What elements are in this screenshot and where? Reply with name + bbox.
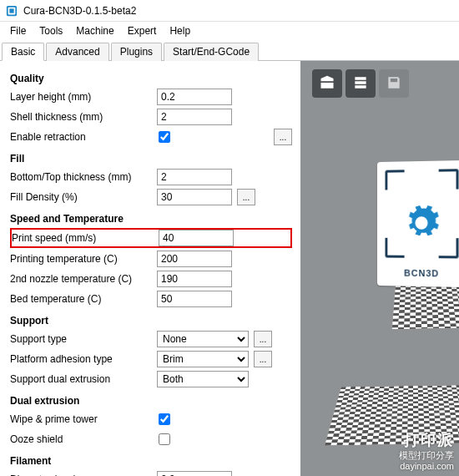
section-filament: Filament [10, 455, 292, 467]
tab-plugins[interactable]: Plugins [111, 43, 162, 61]
label-print-temp: Printing temperature (C) [10, 253, 157, 265]
menu-machine[interactable]: Machine [69, 23, 120, 38]
select-support-type[interactable]: None [157, 331, 249, 347]
menu-bar: File Tools Machine Expert Help [0, 22, 459, 40]
tab-strip: Basic Advanced Plugins Start/End-GCode [0, 42, 459, 61]
select-support-dual[interactable]: Both [157, 371, 249, 387]
check-enable-retraction[interactable] [159, 131, 170, 143]
layers-icon [352, 74, 369, 94]
input-print-speed[interactable] [159, 230, 234, 246]
check-ooze-shield[interactable] [159, 433, 170, 445]
label-ooze-shield: Ooze shield [10, 433, 157, 445]
input-nozzle2-temp[interactable] [157, 271, 232, 287]
label-bottom-top: Bottom/Top thickness (mm) [10, 171, 157, 183]
label-enable-retraction: Enable retraction [10, 131, 157, 143]
retraction-settings-button[interactable]: ... [274, 129, 292, 145]
open-icon [319, 74, 335, 94]
title-bar: Cura-BCN3D-0.1.5-beta2 [0, 0, 459, 22]
save-icon [386, 74, 402, 94]
label-support-type: Support type [10, 333, 157, 345]
label-bed-temp: Bed temperature (C) [10, 293, 157, 305]
select-platform-adh[interactable]: Brim [157, 351, 249, 367]
section-speed-temp: Speed and Temperature [10, 213, 292, 225]
label-nozzle2-temp: 2nd nozzle temperature (C) [10, 273, 157, 285]
tab-basic[interactable]: Basic [2, 43, 44, 61]
input-diameter[interactable] [157, 471, 232, 476]
input-layer-height[interactable] [157, 89, 232, 105]
menu-expert[interactable]: Expert [121, 23, 164, 38]
tab-advanced[interactable]: Advanced [46, 43, 108, 61]
label-wipe-prime: Wipe & prime tower [10, 413, 157, 425]
input-bed-temp[interactable] [157, 291, 232, 307]
section-dual: Dual extrusion [10, 395, 292, 407]
input-shell-thickness[interactable] [157, 109, 232, 125]
menu-file[interactable]: File [3, 23, 33, 38]
section-support: Support [10, 315, 292, 327]
window-title: Cura-BCN3D-0.1.5-beta2 [23, 5, 136, 17]
label-support-dual: Support dual extrusion [10, 373, 157, 385]
input-print-temp[interactable] [157, 251, 232, 267]
logo-text: BCN3D [404, 268, 439, 279]
check-wipe-prime[interactable] [159, 413, 170, 425]
viewport-3d[interactable]: BCN3D 打印派 模型打印分享 dayinpai.com [300, 61, 459, 476]
watermark: 打印派 模型打印分享 dayinpai.com [399, 432, 454, 472]
section-quality: Quality [10, 73, 292, 84]
label-shell-thickness: Shell thickness (mm) [10, 111, 157, 123]
adhesion-settings-button[interactable]: ... [254, 351, 272, 367]
save-button[interactable] [379, 69, 409, 98]
svg-rect-2 [9, 8, 13, 13]
menu-help[interactable]: Help [163, 23, 197, 38]
support-settings-button[interactable]: ... [254, 331, 272, 347]
menu-tools[interactable]: Tools [33, 23, 69, 38]
tab-gcode[interactable]: Start/End-GCode [164, 43, 259, 61]
label-print-speed: Print speed (mm/s) [12, 232, 159, 244]
fill-settings-button[interactable]: ... [237, 189, 255, 205]
logo-card: BCN3D [377, 160, 459, 287]
viewport-toolbar [312, 69, 409, 98]
section-fill: Fill [10, 153, 292, 165]
label-fill-density: Fill Density (%) [10, 191, 157, 203]
input-bottom-top[interactable] [157, 169, 232, 185]
app-icon [5, 4, 18, 18]
label-layer-height: Layer height (mm) [10, 91, 157, 103]
load-model-button[interactable] [312, 69, 342, 98]
settings-panel: Quality Layer height (mm) Shell thicknes… [0, 61, 300, 476]
slice-button[interactable] [346, 69, 376, 98]
input-fill-density[interactable] [157, 189, 232, 205]
label-platform-adh: Platform adhesion type [10, 353, 157, 365]
